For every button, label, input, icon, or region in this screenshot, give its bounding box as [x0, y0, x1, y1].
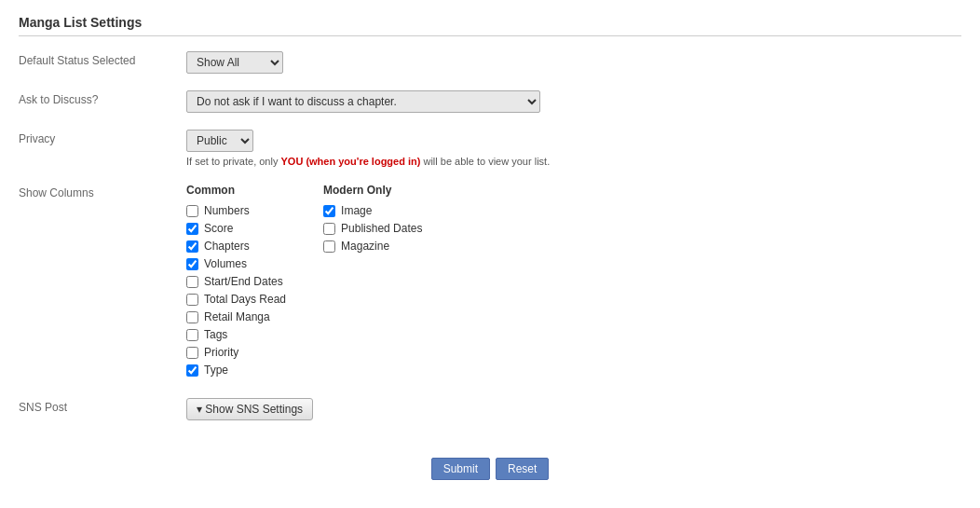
priority-label: Priority: [204, 346, 238, 359]
sns-post-control: ▾ Show SNS Settings: [186, 398, 961, 420]
list-item: Magazine: [323, 240, 422, 253]
ask-discuss-control: Do not ask if I want to discuss a chapte…: [186, 90, 961, 113]
image-checkbox[interactable]: [323, 205, 335, 217]
list-item: Tags: [186, 328, 286, 341]
retail-manga-checkbox[interactable]: [186, 311, 198, 323]
list-item: Numbers: [186, 204, 286, 217]
tags-label: Tags: [204, 328, 227, 341]
show-columns-control: Common Numbers Score Chapters: [186, 184, 961, 381]
common-group-title: Common: [186, 184, 286, 197]
type-label: Type: [204, 364, 228, 377]
page-title: Manga List Settings: [19, 15, 961, 36]
default-status-label: Default Status Selected: [19, 51, 186, 67]
columns-groups: Common Numbers Score Chapters: [186, 184, 961, 381]
magazine-checkbox[interactable]: [323, 240, 335, 253]
submit-button[interactable]: Submit: [431, 458, 490, 480]
show-columns-row: Show Columns Common Numbers Score: [19, 184, 961, 381]
list-item: Start/End Dates: [186, 275, 286, 288]
privacy-select[interactable]: Public Private: [186, 130, 253, 152]
list-item: Chapters: [186, 240, 286, 253]
show-sns-settings-button[interactable]: ▾ Show SNS Settings: [186, 398, 313, 420]
modern-only-group: Modern Only Image Published Dates Magazi…: [323, 184, 422, 381]
chapters-checkbox[interactable]: [186, 240, 198, 253]
score-checkbox[interactable]: [186, 223, 198, 235]
image-label: Image: [341, 204, 372, 217]
list-item: Published Dates: [323, 222, 422, 235]
default-status-control: Show All Reading Completed On-Hold Dropp…: [186, 51, 961, 74]
privacy-note: If set to private, only YOU (when you're…: [186, 156, 961, 167]
priority-checkbox[interactable]: [186, 347, 198, 359]
privacy-note-prefix: If set to private, only: [186, 156, 281, 167]
sns-post-row: SNS Post ▾ Show SNS Settings: [19, 398, 961, 420]
modern-only-group-title: Modern Only: [323, 184, 422, 197]
list-item: Type: [186, 364, 286, 377]
privacy-label: Privacy: [19, 130, 186, 145]
privacy-row: Privacy Public Private If set to private…: [19, 130, 961, 167]
list-item: Retail Manga: [186, 310, 286, 323]
ask-discuss-select[interactable]: Do not ask if I want to discuss a chapte…: [186, 90, 540, 113]
default-status-row: Default Status Selected Show All Reading…: [19, 51, 961, 74]
footer-buttons: Submit Reset: [19, 458, 961, 499]
privacy-note-suffix: will be able to view your list.: [420, 156, 550, 167]
privacy-note-you: YOU (when you're logged in): [281, 156, 421, 167]
magazine-label: Magazine: [341, 240, 389, 253]
type-checkbox[interactable]: [186, 364, 198, 377]
start-end-dates-checkbox[interactable]: [186, 276, 198, 288]
published-dates-label: Published Dates: [341, 222, 422, 235]
list-item: Priority: [186, 346, 286, 359]
score-label: Score: [204, 222, 233, 235]
numbers-checkbox[interactable]: [186, 205, 198, 217]
common-group: Common Numbers Score Chapters: [186, 184, 286, 381]
sns-post-label: SNS Post: [19, 398, 186, 414]
total-days-read-checkbox[interactable]: [186, 294, 198, 306]
list-item: Image: [323, 204, 422, 217]
show-columns-label: Show Columns: [19, 184, 186, 199]
ask-discuss-label: Ask to Discuss?: [19, 90, 186, 106]
privacy-control: Public Private If set to private, only Y…: [186, 130, 961, 167]
start-end-dates-label: Start/End Dates: [204, 275, 283, 288]
retail-manga-label: Retail Manga: [204, 310, 270, 323]
volumes-checkbox[interactable]: [186, 258, 198, 270]
published-dates-checkbox[interactable]: [323, 223, 335, 235]
chapters-label: Chapters: [204, 240, 250, 253]
volumes-label: Volumes: [204, 257, 247, 270]
total-days-read-label: Total Days Read: [204, 293, 286, 306]
list-item: Score: [186, 222, 286, 235]
numbers-label: Numbers: [204, 204, 250, 217]
list-item: Total Days Read: [186, 293, 286, 306]
list-item: Volumes: [186, 257, 286, 270]
tags-checkbox[interactable]: [186, 329, 198, 341]
default-status-select[interactable]: Show All Reading Completed On-Hold Dropp…: [186, 51, 283, 74]
reset-button[interactable]: Reset: [496, 458, 549, 480]
ask-discuss-row: Ask to Discuss? Do not ask if I want to …: [19, 90, 961, 113]
